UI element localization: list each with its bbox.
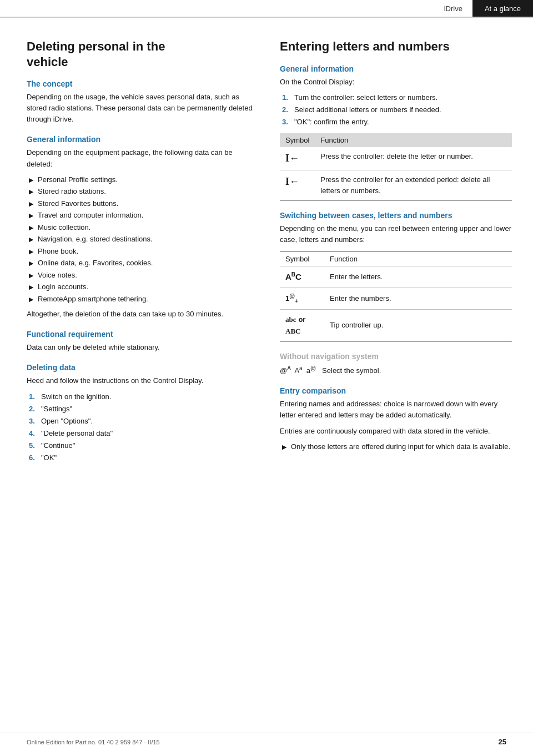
list-item: 1.Turn the controller: select letters or…	[282, 92, 512, 103]
bullet-item: ▶Personal Profile settings.	[29, 174, 260, 185]
list-item: 3."OK": confirm the entry.	[282, 117, 512, 128]
bullet-arrow-icon: ▶	[29, 223, 33, 233]
bullet-item: ▶Login accounts.	[29, 281, 260, 293]
switch-function-cell: Enter the letters.	[324, 266, 512, 288]
symbol-cell: I←	[280, 147, 315, 170]
bullet-arrow-icon: ▶	[29, 271, 33, 280]
bullet-item: ▶Travel and computer information.	[29, 210, 260, 221]
list-item: 2.Select additional letters or numbers i…	[282, 104, 512, 115]
switch-function-cell: Enter the numbers.	[324, 288, 512, 309]
bullet-item: ▶Music collection.	[29, 222, 260, 233]
left-general-info-heading: General information	[27, 135, 260, 144]
switch-symbol-cell: 1@+	[280, 288, 324, 309]
right-bullet-list: ▶ Only those letters are offered during …	[282, 441, 512, 452]
bullet-arrow-icon: ▶	[29, 175, 33, 185]
page-number: 25	[499, 738, 506, 746]
deleting-data-text: Heed and follow the instructions on the …	[27, 375, 260, 386]
functional-req-heading: Functional requirement	[27, 330, 260, 339]
table-row: abc or ABC Tip controller up.	[280, 309, 512, 341]
bullet-item: ▶Phone book.	[29, 246, 260, 257]
bullet-item: ▶Stored Favorites buttons.	[29, 198, 260, 209]
left-column: Deleting personal in the vehicle The con…	[27, 39, 260, 468]
concept-text: Depending on the usage, the vehicle save…	[27, 92, 260, 125]
list-item: 2."Settings"	[29, 404, 260, 415]
switch-function-cell: Tip controller up.	[324, 309, 512, 341]
bullet-item: ▶Navigation, e.g. stored destinations.	[29, 234, 260, 245]
table-row: 1@+ Enter the numbers.	[280, 288, 512, 309]
list-item: 3.Open "Options".	[29, 416, 260, 427]
left-section-title: Deleting personal in the vehicle	[27, 39, 260, 69]
symbol-cell: I←	[280, 170, 315, 201]
right-section-title: Entering letters and numbers	[280, 39, 512, 54]
bullet-arrow-icon: ▶	[29, 187, 33, 196]
list-item: 5."Continue"	[29, 440, 260, 451]
right-column: Entering letters and numbers General inf…	[280, 39, 512, 468]
switch-symbol-cell: ABC	[280, 266, 324, 288]
without-nav-heading: Without navigation system	[280, 352, 512, 361]
entry-bullet-item: ▶ Only those letters are offered during …	[282, 441, 512, 452]
right-steps-list: 1.Turn the controller: select letters or…	[282, 92, 512, 128]
altogether-text: Altogether, the deletion of the data can…	[27, 309, 260, 320]
entry-comparison-text1: Entering names and addresses: choice is …	[280, 399, 512, 421]
entry-comparison-text2: Entries are continuously compared with d…	[280, 426, 512, 437]
header-ataglance-label: At a glance	[472, 0, 533, 17]
left-steps-list: 1.Switch on the ignition.2."Settings"3.O…	[29, 391, 260, 464]
bullet-arrow-icon: ▶	[29, 283, 33, 292]
list-item: 1.Switch on the ignition.	[29, 391, 260, 402]
switch-symbol-cell: abc or ABC	[280, 309, 324, 341]
control-display-text: On the Control Display:	[280, 77, 512, 88]
symbol-table: Symbol Function I← Press the controller:…	[280, 133, 512, 201]
functional-req-text: Data can only be deleted while stationar…	[27, 342, 260, 353]
bullet-item: ▶Voice notes.	[29, 270, 260, 281]
switching-heading: Switching between cases, letters and num…	[280, 211, 512, 220]
footer: Online Edition for Part no. 01 40 2 959 …	[0, 733, 533, 746]
list-item: 6."OK"	[29, 452, 260, 463]
bullet-arrow-icon: ▶	[282, 442, 286, 452]
function-cell: Press the controller: delete the letter …	[315, 147, 512, 170]
switch-function-col: Function	[324, 251, 512, 266]
main-content: Deleting personal in the vehicle The con…	[0, 18, 533, 490]
without-nav-content: @A Aa a@ Select the symbol.	[280, 364, 512, 376]
entry-comparison-heading: Entry comparison	[280, 386, 512, 395]
switch-table: Symbol Function ABC Enter the letters. 1…	[280, 251, 512, 341]
bullet-item: ▶RemoteApp smartphone tethering.	[29, 294, 260, 305]
table-row: I← Press the controller: delete the lett…	[280, 147, 512, 170]
list-item: 4."Delete personal data"	[29, 428, 260, 439]
deleting-data-heading: Deleting data	[27, 363, 260, 372]
function-cell: Press the controller for an extended per…	[315, 170, 512, 201]
bullet-list: ▶Personal Profile settings.▶Stored radio…	[29, 174, 260, 305]
header-bar: iDrive At a glance	[0, 0, 533, 18]
header-idrive-label: iDrive	[434, 0, 472, 17]
bullet-arrow-icon: ▶	[29, 247, 33, 256]
bullet-arrow-icon: ▶	[29, 235, 33, 244]
bullet-arrow-icon: ▶	[29, 199, 33, 209]
switching-text: Depending on the menu, you can reel betw…	[280, 223, 512, 245]
bullet-arrow-icon: ▶	[29, 295, 33, 304]
right-general-info-heading: General information	[280, 64, 512, 73]
table-row: ABC Enter the letters.	[280, 266, 512, 288]
footer-online-text: Online Edition for Part no. 01 40 2 959 …	[27, 739, 160, 745]
bullet-item: ▶Stored radio stations.	[29, 186, 260, 197]
symbol-col-header: Symbol	[280, 133, 315, 147]
concept-heading: The concept	[27, 79, 260, 88]
bullet-arrow-icon: ▶	[29, 259, 33, 268]
function-col-header: Function	[315, 133, 512, 147]
bullet-arrow-icon: ▶	[29, 211, 33, 220]
entry-bullet-text: Only those letters are offered during in…	[291, 441, 510, 452]
left-general-info-text: Depending on the equipment package, the …	[27, 147, 260, 169]
switch-symbol-col: Symbol	[280, 251, 324, 266]
table-row: I← Press the controller for an extended …	[280, 170, 512, 201]
bullet-item: ▶Online data, e.g. Favorites, cookies.	[29, 258, 260, 269]
